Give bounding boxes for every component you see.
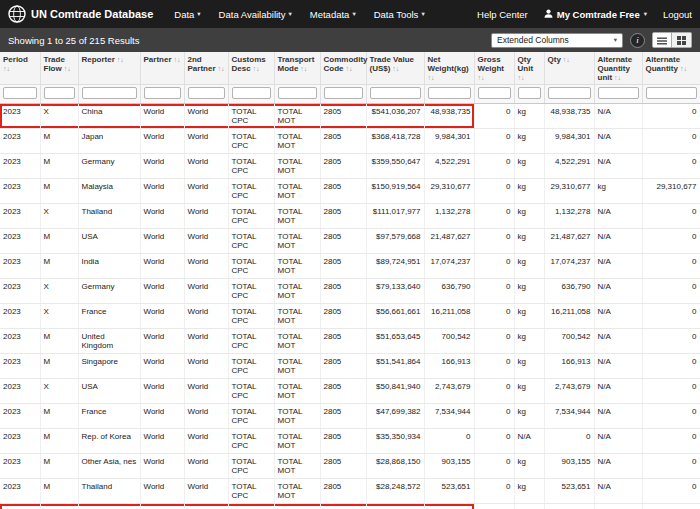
table-row[interactable]: 2023MIndiaWorldWorldTOTAL CPCTOTAL MOT28… [0,254,700,279]
table-row[interactable]: 2023MFranceWorldWorldTOTAL CPCTOTAL MOT2… [0,404,700,429]
grid-view-button[interactable] [672,32,692,48]
sort-icon[interactable]: ↑↓ [478,74,485,81]
filter-input-reporter[interactable] [82,87,137,99]
sort-icon[interactable]: ↑↓ [428,74,435,81]
filter-input-qty[interactable] [548,87,591,99]
menu-data-availability[interactable]: Data Availability▾ [210,4,301,25]
list-view-button[interactable] [652,32,672,48]
info-button[interactable]: i [630,33,645,48]
col-header-trade-value-us[interactable]: Trade Value (US$) ↑↓ [366,52,424,85]
sort-icon[interactable]: ↑↓ [251,65,260,72]
table-cell: 2805 [320,479,366,504]
table-row[interactable]: 2023MRep. of KoreaWorldWorldTOTAL CPCTOT… [0,429,700,454]
columns-select[interactable]: Extended Columns ▾ [491,33,623,48]
filter-input-qty-unit[interactable] [518,87,541,99]
sort-icon[interactable]: ↑↓ [678,65,687,72]
col-header-qty[interactable]: Qty ↑↓ [544,52,594,85]
table-cell: M [40,404,78,429]
table-cell: World [184,129,228,154]
col-header-reporter[interactable]: Reporter ↑↓ [78,52,140,85]
logout-link[interactable]: Logout [663,9,692,20]
col-header-partner[interactable]: Partner ↑↓ [140,52,184,85]
results-count: Showing 1 to 25 of 215 Results [8,35,140,46]
table-cell: 2023 [0,129,40,154]
table-cell: 2023 [0,354,40,379]
col-header-net-weight-kg[interactable]: Net Weight(kg) ↑↓ [424,52,474,85]
table-row[interactable]: 2023XThailandWorldWorldTOTAL CPCTOTAL MO… [0,204,700,229]
table-row[interactable]: 2023MSingaporeWorldWorldTOTAL CPCTOTAL M… [0,354,700,379]
filter-input-customs-desc[interactable] [232,87,271,99]
col-header-period[interactable]: Period ↑↓ [0,52,40,85]
table-cell: 2023 [0,479,40,504]
col-header-2nd-partner[interactable]: 2nd Partner ↑↓ [184,52,228,85]
table-row[interactable]: 2023MMalaysiaWorldWorldTOTAL CPCTOTAL MO… [0,179,700,204]
menu-data-tools[interactable]: Data Tools▾ [365,4,434,25]
filter-input-trade-flow[interactable] [44,87,75,99]
table-cell: N/A [594,329,642,354]
sort-icon[interactable]: ↑↓ [518,74,525,81]
filter-input-alternate-quantity-unit[interactable] [598,87,639,99]
help-center-link[interactable]: Help Center [477,9,528,20]
table-cell: 2023 [0,179,40,204]
sort-icon[interactable]: ↑↓ [115,56,124,63]
sort-icon[interactable]: ↑↓ [344,65,353,72]
sort-icon[interactable]: ↑↓ [390,65,399,72]
sort-icon[interactable]: ↑↓ [612,74,621,81]
table-cell: $541,036,207 [366,104,424,129]
table-cell: 0 [642,129,700,154]
col-header-transport-mode[interactable]: Transport Mode ↑↓ [274,52,320,85]
header-row: Period ↑↓Trade Flow ↑↓Reporter ↑↓Partner… [0,52,700,85]
sort-icon[interactable]: ↑↓ [62,65,71,72]
col-label: Qty Unit [518,55,534,73]
col-header-commodity-code[interactable]: Commodity Code ↑↓ [320,52,366,85]
table-cell: N/A [594,429,642,454]
table-cell: 0 [474,479,514,504]
col-header-customs-desc[interactable]: Customs Desc ↑↓ [228,52,274,85]
table-cell: 903,155 [424,454,474,479]
sort-icon[interactable]: ↑↓ [216,65,225,72]
col-header-alternate-quantity-unit[interactable]: Alternate Quantity unit ↑↓ [594,52,642,85]
table-cell: $28,248,572 [366,479,424,504]
table-cell: USA [78,229,140,254]
col-header-qty-unit[interactable]: Qty Unit ↑↓ [514,52,544,85]
table-row[interactable]: 2023MUnited KingdomWorldWorldTOTAL CPCTO… [0,329,700,354]
col-header-trade-flow[interactable]: Trade Flow ↑↓ [40,52,78,85]
table-row[interactable]: 2023MJapanWorldWorldTOTAL CPCTOTAL MOT28… [0,129,700,154]
sort-icon[interactable]: ↑↓ [172,56,181,63]
table-cell: 29,310,677 [424,179,474,204]
filter-input-commodity-code[interactable] [324,87,363,99]
sort-icon[interactable]: ↑↓ [298,65,307,72]
table-cell: X [40,304,78,329]
table-row[interactable]: 2023MUSAWorldWorldTOTAL CPCTOTAL MOT2805… [0,229,700,254]
menu-data[interactable]: Data▾ [165,4,209,25]
table-cell: 48,938,735 [544,104,594,129]
menu-metadata[interactable]: Metadata▾ [301,4,365,25]
table-row[interactable]: 2023XUSAWorldWorldTOTAL CPCTOTAL MOT2805… [0,379,700,404]
sort-icon[interactable]: ↑↓ [3,65,10,72]
filter-input-transport-mode[interactable] [278,87,317,99]
filter-input-net-weight-kg[interactable] [428,87,471,99]
table-row[interactable]: 2023XGermanyWorldWorldTOTAL CPCTOTAL MOT… [0,279,700,304]
table-row[interactable]: 2023XChinaWorldWorldTOTAL CPCTOTAL MOT28… [0,104,700,129]
filter-input-partner[interactable] [144,87,181,99]
col-header-alternate-quantity[interactable]: Alternate Quantity ↑↓ [642,52,700,85]
table-row[interactable]: 2023MThailandWorldWorldTOTAL CPCTOTAL MO… [0,479,700,504]
table-row[interactable]: 2023MOther Asia, nesWorldWorldTOTAL CPCT… [0,454,700,479]
sort-icon[interactable]: ↑↓ [561,56,570,63]
table-cell: World [140,429,184,454]
filter-input-period[interactable] [3,87,37,99]
table-row[interactable]: 2023XFranceWorldWorldTOTAL CPCTOTAL MOT2… [0,304,700,329]
account-menu[interactable]: My Comtrade Free ▾ [544,9,647,20]
table-row[interactable]: 2023MChinaWorldWorldTOTAL CPCTOTAL MOT28… [0,504,700,509]
filter-input-gross-weight[interactable] [478,87,511,99]
table-cell: N/A [594,304,642,329]
table-cell: 2805 [320,379,366,404]
table-cell: 0 [642,504,700,509]
table-row[interactable]: 2023MGermanyWorldWorldTOTAL CPCTOTAL MOT… [0,154,700,179]
filter-input-2nd-partner[interactable] [188,87,225,99]
brand[interactable]: UN Comtrade Database [8,5,153,23]
col-label: Net Weight(kg) [428,55,469,73]
col-header-gross-weight[interactable]: Gross Weight ↑↓ [474,52,514,85]
filter-input-alternate-quantity[interactable] [646,87,697,99]
filter-input-trade-value-us[interactable] [370,87,421,99]
